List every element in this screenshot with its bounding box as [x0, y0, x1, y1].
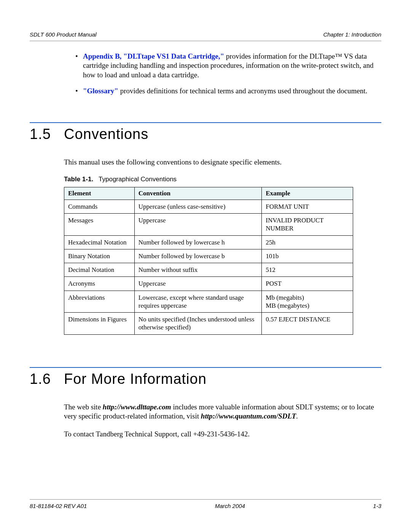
glossary-link[interactable]: "Glossary" — [83, 87, 118, 95]
footer-right: 1-3 — [373, 503, 381, 509]
table-cell: Number followed by lowercase h — [134, 235, 261, 249]
table-cell: Lowercase, except where standard usage r… — [134, 291, 261, 313]
table-row: MessagesUppercaseINVALID PRODUCT NUMBER — [64, 214, 353, 236]
table-cell: 25h — [262, 235, 353, 249]
table-cell: Number followed by lowercase b — [134, 249, 261, 263]
table-row: Hexadecimal NotationNumber followed by l… — [64, 235, 353, 249]
bullet-icon: • — [75, 52, 83, 61]
footer-center: March 2004 — [215, 503, 245, 509]
bullet-rest: provides definitions for technical terms… — [118, 87, 367, 95]
list-item: • "Glossary" provides definitions for te… — [75, 86, 378, 96]
section-heading: 1.5 Conventions — [30, 126, 381, 142]
section-rule — [30, 367, 381, 368]
header-right: Chapter 1: Introduction — [323, 31, 381, 38]
section-rule — [30, 122, 381, 123]
appendix-b-link[interactable]: Appendix B, "DLTtape VS1 Data Cartridge,… — [83, 52, 224, 60]
table-cell: Binary Notation — [64, 249, 135, 263]
section-title: For More Information — [64, 371, 207, 387]
table-cell: Decimal Notation — [64, 263, 135, 277]
table-row: AbbreviationsLowercase, except where sta… — [64, 291, 353, 313]
table-cell: 101b — [262, 249, 353, 263]
dlttape-url[interactable]: http://www.dlttape.com — [103, 403, 171, 411]
table-cell: Number without suffix — [134, 263, 261, 277]
table-cell: Commands — [64, 200, 135, 213]
quantum-url[interactable]: http://www.quantum.com/SDLT — [201, 412, 296, 420]
table-cell: Acronyms — [64, 277, 135, 291]
section-intro: This manual uses the following conventio… — [64, 158, 381, 167]
more-info-p2: To contact Tandberg Technical Support, c… — [64, 430, 381, 439]
footer-left: 81-81184-02 REV A01 — [30, 503, 87, 509]
table-cell: No units specified (Inches understood un… — [134, 313, 261, 335]
table-cell: 512 — [262, 263, 353, 277]
header-left: SDLT 600 Product Manual — [30, 31, 97, 38]
section-heading: 1.6 For More Information — [30, 371, 381, 387]
table-cell: Uppercase — [134, 277, 261, 291]
section-more-info: 1.6 For More Information The web site ht… — [30, 367, 381, 439]
table-row: Decimal NotationNumber without suffix512 — [64, 263, 353, 277]
table-cell: POST — [262, 277, 353, 291]
table-row: AcronymsUppercasePOST — [64, 277, 353, 291]
section-title: Conventions — [64, 126, 148, 142]
bullet-icon: • — [75, 86, 83, 96]
p1-text-e: . — [296, 412, 298, 420]
table-cell: Dimensions in Figures — [64, 313, 135, 335]
table-row: Dimensions in FiguresNo units specified … — [64, 313, 353, 335]
table-cell: Uppercase — [134, 214, 261, 236]
table-title: Typographical Conventions — [99, 176, 177, 183]
table-cell: Messages — [64, 214, 135, 236]
section-number: 1.5 — [30, 126, 64, 142]
col-header-element: Element — [64, 187, 135, 200]
table-cell: Mb (megabits) MB (megabytes) — [262, 291, 353, 313]
section-number: 1.6 — [30, 371, 64, 387]
table-cell: 0.57 EJECT DISTANCE — [262, 313, 353, 335]
page-footer: 81-81184-02 REV A01 March 2004 1-3 — [30, 499, 381, 509]
table-cell: INVALID PRODUCT NUMBER — [262, 214, 353, 236]
table-caption: Table 1-1. Typographical Conventions — [64, 176, 381, 183]
table-cell: Abbreviations — [64, 291, 135, 313]
p1-text-a: The web site — [64, 403, 103, 411]
table-row: CommandsUppercase (unless case-sensitive… — [64, 200, 353, 213]
table-cell: Uppercase (unless case-sensitive) — [134, 200, 261, 213]
page-header: SDLT 600 Product Manual Chapter 1: Intro… — [30, 31, 381, 38]
table-cell: FORMAT UNIT — [262, 200, 353, 213]
bullet-text: "Glossary" provides definitions for tech… — [83, 86, 378, 96]
bullet-list: • Appendix B, "DLTtape VS1 Data Cartridg… — [75, 52, 378, 96]
footer-rule — [30, 499, 381, 500]
section-conventions: 1.5 Conventions This manual uses the fol… — [30, 122, 381, 334]
header-rule — [30, 41, 381, 41]
bullet-text: Appendix B, "DLTtape VS1 Data Cartridge,… — [83, 52, 378, 80]
table-row: Binary NotationNumber followed by lowerc… — [64, 249, 353, 263]
table-label: Table 1-1. — [64, 176, 93, 183]
col-header-example: Example — [262, 187, 353, 200]
conventions-table: Element Convention Example CommandsUpper… — [64, 187, 353, 335]
more-info-p1: The web site http://www.dlttape.com incl… — [64, 403, 381, 421]
list-item: • Appendix B, "DLTtape VS1 Data Cartridg… — [75, 52, 378, 80]
col-header-convention: Convention — [134, 187, 261, 200]
table-cell: Hexadecimal Notation — [64, 235, 135, 249]
